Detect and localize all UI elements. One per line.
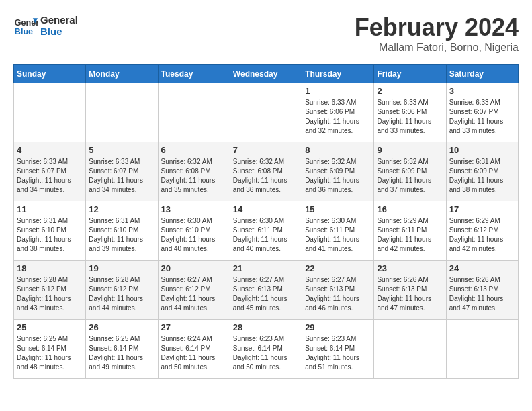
weekday-header-sunday: Sunday: [14, 65, 86, 83]
day-info: Sunrise: 6:24 AM Sunset: 6:14 PM Dayligh…: [161, 334, 227, 372]
day-number: 23: [377, 263, 443, 273]
day-info: Sunrise: 6:32 AM Sunset: 6:09 PM Dayligh…: [377, 157, 443, 195]
day-info: Sunrise: 6:23 AM Sunset: 6:14 PM Dayligh…: [305, 334, 371, 372]
calendar-cell: 4Sunrise: 6:33 AM Sunset: 6:07 PM Daylig…: [14, 142, 86, 201]
day-info: Sunrise: 6:27 AM Sunset: 6:13 PM Dayligh…: [305, 275, 371, 313]
week-row-4: 18Sunrise: 6:28 AM Sunset: 6:12 PM Dayli…: [14, 261, 519, 320]
day-number: 9: [377, 145, 443, 155]
day-number: 12: [89, 204, 154, 214]
day-info: Sunrise: 6:23 AM Sunset: 6:14 PM Dayligh…: [233, 334, 299, 372]
day-info: Sunrise: 6:30 AM Sunset: 6:11 PM Dayligh…: [305, 216, 371, 254]
day-info: Sunrise: 6:29 AM Sunset: 6:11 PM Dayligh…: [377, 216, 443, 254]
day-number: 25: [17, 322, 83, 332]
day-number: 5: [89, 145, 154, 155]
day-info: Sunrise: 6:33 AM Sunset: 6:07 PM Dayligh…: [89, 157, 154, 195]
day-number: 7: [233, 145, 299, 155]
calendar-cell: 27Sunrise: 6:24 AM Sunset: 6:14 PM Dayli…: [158, 320, 230, 379]
day-info: Sunrise: 6:28 AM Sunset: 6:12 PM Dayligh…: [89, 275, 154, 313]
day-info: Sunrise: 6:27 AM Sunset: 6:12 PM Dayligh…: [161, 275, 227, 313]
calendar-cell: 13Sunrise: 6:30 AM Sunset: 6:10 PM Dayli…: [158, 201, 230, 261]
calendar-cell: [14, 83, 86, 142]
day-info: Sunrise: 6:32 AM Sunset: 6:08 PM Dayligh…: [233, 157, 299, 195]
location-subtitle: Mallam Fatori, Borno, Nigeria: [355, 42, 519, 54]
calendar-cell: [86, 83, 158, 142]
calendar-cell: 17Sunrise: 6:29 AM Sunset: 6:12 PM Dayli…: [446, 201, 518, 261]
day-info: Sunrise: 6:31 AM Sunset: 6:09 PM Dayligh…: [449, 157, 515, 195]
day-number: 11: [17, 204, 83, 214]
day-info: Sunrise: 6:30 AM Sunset: 6:11 PM Dayligh…: [233, 216, 299, 254]
day-number: 4: [17, 145, 83, 155]
calendar-cell: 26Sunrise: 6:25 AM Sunset: 6:14 PM Dayli…: [86, 320, 158, 379]
day-number: 29: [305, 322, 371, 332]
day-info: Sunrise: 6:33 AM Sunset: 6:07 PM Dayligh…: [17, 157, 83, 195]
logo-general: General: [40, 14, 78, 26]
day-number: 10: [449, 145, 515, 155]
day-number: 2: [377, 86, 443, 96]
calendar-cell: 1Sunrise: 6:33 AM Sunset: 6:06 PM Daylig…: [302, 83, 374, 142]
day-number: 26: [89, 322, 154, 332]
title-section: February 2024 Mallam Fatori, Borno, Nige…: [355, 13, 519, 54]
calendar-cell: 3Sunrise: 6:33 AM Sunset: 6:07 PM Daylig…: [446, 83, 518, 142]
day-number: 27: [161, 322, 227, 332]
day-info: Sunrise: 6:33 AM Sunset: 6:06 PM Dayligh…: [377, 98, 443, 136]
calendar-cell: 24Sunrise: 6:26 AM Sunset: 6:13 PM Dayli…: [446, 261, 518, 320]
logo: General Blue General Blue: [13, 13, 78, 38]
calendar-cell: 20Sunrise: 6:27 AM Sunset: 6:12 PM Dayli…: [158, 261, 230, 320]
calendar-cell: 23Sunrise: 6:26 AM Sunset: 6:13 PM Dayli…: [374, 261, 446, 320]
calendar-cell: 9Sunrise: 6:32 AM Sunset: 6:09 PM Daylig…: [374, 142, 446, 201]
calendar-cell: 15Sunrise: 6:30 AM Sunset: 6:11 PM Dayli…: [302, 201, 374, 261]
day-info: Sunrise: 6:32 AM Sunset: 6:09 PM Dayligh…: [305, 157, 371, 195]
weekday-header-saturday: Saturday: [446, 65, 518, 83]
calendar-cell: 25Sunrise: 6:25 AM Sunset: 6:14 PM Dayli…: [14, 320, 86, 379]
day-number: 15: [305, 204, 371, 214]
day-info: Sunrise: 6:32 AM Sunset: 6:08 PM Dayligh…: [161, 157, 227, 195]
calendar-cell: [446, 320, 518, 379]
day-number: 18: [17, 263, 83, 273]
day-number: 8: [305, 145, 371, 155]
page-header: General Blue General Blue February 2024 …: [13, 13, 519, 54]
day-info: Sunrise: 6:25 AM Sunset: 6:14 PM Dayligh…: [17, 334, 83, 372]
day-number: 1: [305, 86, 371, 96]
day-number: 20: [161, 263, 227, 273]
weekday-header-tuesday: Tuesday: [158, 65, 230, 83]
day-info: Sunrise: 6:31 AM Sunset: 6:10 PM Dayligh…: [17, 216, 83, 254]
calendar-cell: 2Sunrise: 6:33 AM Sunset: 6:06 PM Daylig…: [374, 83, 446, 142]
day-info: Sunrise: 6:29 AM Sunset: 6:12 PM Dayligh…: [449, 216, 515, 254]
calendar-cell: 11Sunrise: 6:31 AM Sunset: 6:10 PM Dayli…: [14, 201, 86, 261]
weekday-header-wednesday: Wednesday: [230, 65, 302, 83]
weekday-header-monday: Monday: [86, 65, 158, 83]
day-info: Sunrise: 6:31 AM Sunset: 6:10 PM Dayligh…: [89, 216, 154, 254]
day-number: 24: [449, 263, 515, 273]
week-row-2: 4Sunrise: 6:33 AM Sunset: 6:07 PM Daylig…: [14, 142, 519, 201]
day-info: Sunrise: 6:26 AM Sunset: 6:13 PM Dayligh…: [377, 275, 443, 313]
calendar-cell: 16Sunrise: 6:29 AM Sunset: 6:11 PM Dayli…: [374, 201, 446, 261]
logo-blue: Blue: [40, 26, 78, 37]
day-info: Sunrise: 6:25 AM Sunset: 6:14 PM Dayligh…: [89, 334, 154, 372]
day-info: Sunrise: 6:27 AM Sunset: 6:13 PM Dayligh…: [233, 275, 299, 313]
logo-icon: General Blue: [13, 13, 38, 38]
calendar-cell: [374, 320, 446, 379]
weekday-header-thursday: Thursday: [302, 65, 374, 83]
calendar-cell: [230, 83, 302, 142]
day-number: 28: [233, 322, 299, 332]
calendar-cell: 19Sunrise: 6:28 AM Sunset: 6:12 PM Dayli…: [86, 261, 158, 320]
day-number: 3: [449, 86, 515, 96]
calendar-cell: 10Sunrise: 6:31 AM Sunset: 6:09 PM Dayli…: [446, 142, 518, 201]
calendar-cell: 18Sunrise: 6:28 AM Sunset: 6:12 PM Dayli…: [14, 261, 86, 320]
calendar-cell: 14Sunrise: 6:30 AM Sunset: 6:11 PM Dayli…: [230, 201, 302, 261]
day-number: 13: [161, 204, 227, 214]
day-number: 17: [449, 204, 515, 214]
calendar-cell: 5Sunrise: 6:33 AM Sunset: 6:07 PM Daylig…: [86, 142, 158, 201]
calendar-cell: 12Sunrise: 6:31 AM Sunset: 6:10 PM Dayli…: [86, 201, 158, 261]
month-title: February 2024: [355, 13, 519, 42]
calendar-cell: 21Sunrise: 6:27 AM Sunset: 6:13 PM Dayli…: [230, 261, 302, 320]
calendar-cell: 7Sunrise: 6:32 AM Sunset: 6:08 PM Daylig…: [230, 142, 302, 201]
day-number: 21: [233, 263, 299, 273]
calendar-cell: 8Sunrise: 6:32 AM Sunset: 6:09 PM Daylig…: [302, 142, 374, 201]
day-number: 6: [161, 145, 227, 155]
calendar-cell: [158, 83, 230, 142]
calendar-cell: 29Sunrise: 6:23 AM Sunset: 6:14 PM Dayli…: [302, 320, 374, 379]
calendar-cell: 28Sunrise: 6:23 AM Sunset: 6:14 PM Dayli…: [230, 320, 302, 379]
day-info: Sunrise: 6:33 AM Sunset: 6:06 PM Dayligh…: [305, 98, 371, 136]
weekday-header-row: SundayMondayTuesdayWednesdayThursdayFrid…: [14, 65, 519, 83]
